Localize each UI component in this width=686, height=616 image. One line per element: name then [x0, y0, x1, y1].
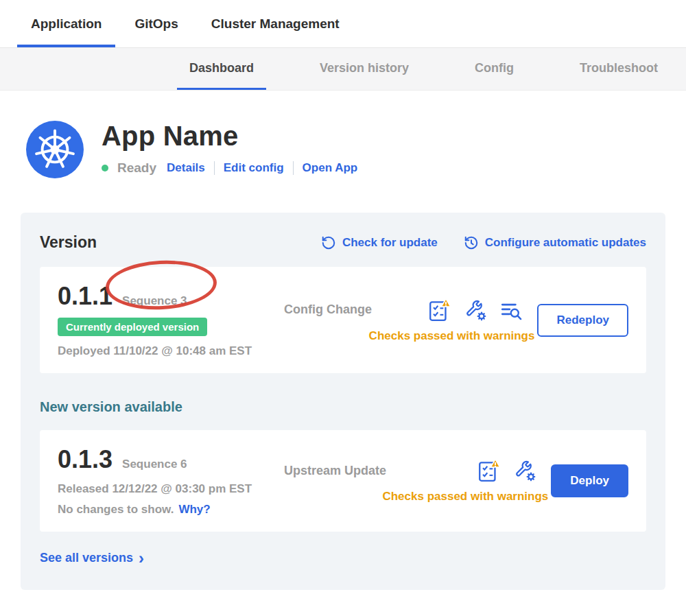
new-version-info: 0.1.3 Sequence 6 Released 12/12/22 @ 03:…	[58, 445, 284, 517]
open-app-link[interactable]: Open App	[303, 161, 358, 175]
version-panel-actions: Check for update Configure automatic upd…	[321, 235, 646, 250]
released-timestamp: Released 12/12/22 @ 03:30 pm EST	[58, 482, 284, 496]
configure-automatic-updates-label: Configure automatic updates	[485, 236, 646, 250]
chevron-right-icon: ›	[139, 552, 144, 565]
tab-dashboard[interactable]: Dashboard	[177, 48, 266, 90]
app-sub-nav: Dashboard Version history Config Trouble…	[0, 48, 686, 91]
preflight-checklist-warning-icon[interactable]	[427, 298, 452, 322]
current-version-middle: Config Change	[284, 298, 537, 343]
preflight-checklist-warning-icon[interactable]	[477, 458, 501, 483]
new-version-sequence: Sequence 6	[122, 458, 187, 471]
kubernetes-logo-icon	[26, 121, 84, 178]
deploy-button[interactable]: Deploy	[551, 464, 628, 497]
new-version-available-heading: New version available	[40, 399, 646, 415]
why-link[interactable]: Why?	[178, 503, 210, 517]
tab-config[interactable]: Config	[462, 48, 526, 90]
divider	[293, 161, 294, 175]
new-version-middle: Upstream Update	[284, 458, 551, 504]
clock-refresh-icon	[464, 235, 479, 250]
checks-status-text: Checks passed with warnings	[284, 329, 537, 343]
new-version-card: 0.1.3 Sequence 6 Released 12/12/22 @ 03:…	[40, 430, 646, 532]
current-version-row: 0.1.1 Sequence 3	[58, 282, 284, 311]
current-version-info: 0.1.1 Sequence 3 Currently deployed vers…	[58, 282, 284, 358]
current-version-check-icons	[427, 298, 537, 322]
new-version-source: Upstream Update	[284, 464, 386, 478]
check-for-update-button[interactable]: Check for update	[321, 235, 438, 250]
tab-troubleshoot[interactable]: Troubleshoot	[567, 48, 670, 90]
current-version-sequence: Sequence 3	[122, 294, 187, 308]
deployed-timestamp: Deployed 11/10/22 @ 10:48 am EST	[58, 344, 284, 358]
app-header: App Name Ready Details Edit config Open …	[26, 121, 686, 178]
no-changes-text: No changes to show.	[58, 503, 174, 517]
primary-nav: Application GitOps Cluster Management	[0, 0, 686, 48]
version-panel-title: Version	[40, 233, 97, 252]
current-version-number: 0.1.1	[58, 282, 113, 311]
refresh-icon	[321, 235, 336, 250]
redeploy-button[interactable]: Redeploy	[537, 304, 628, 337]
ready-status-text: Ready	[117, 161, 156, 176]
new-version-check-icons	[477, 458, 551, 483]
current-version-source: Config Change	[284, 303, 372, 317]
app-meta-row: Ready Details Edit config Open App	[102, 161, 357, 176]
details-link[interactable]: Details	[167, 161, 205, 175]
checks-status-text: Checks passed with warnings	[284, 490, 551, 504]
config-wrench-gear-icon[interactable]	[463, 298, 488, 322]
version-panel-header: Version Check for update	[40, 233, 646, 252]
current-version-card: 0.1.1 Sequence 3 Currently deployed vers…	[40, 267, 646, 373]
tab-cluster-management[interactable]: Cluster Management	[198, 0, 353, 47]
see-all-versions-label: See all versions	[40, 551, 133, 565]
edit-config-link[interactable]: Edit config	[224, 161, 284, 175]
see-all-versions-link[interactable]: See all versions ›	[40, 551, 144, 565]
tab-version-history[interactable]: Version history	[307, 48, 421, 90]
check-for-update-label: Check for update	[342, 236, 438, 250]
config-wrench-gear-icon[interactable]	[512, 458, 537, 483]
new-version-number: 0.1.3	[58, 445, 113, 474]
no-changes-row: No changes to show. Why?	[58, 503, 284, 517]
app-title-block: App Name Ready Details Edit config Open …	[102, 121, 357, 176]
currently-deployed-badge: Currently deployed version	[58, 318, 207, 336]
new-version-row: 0.1.3 Sequence 6	[58, 445, 284, 474]
divider	[214, 161, 215, 175]
file-search-icon[interactable]	[499, 298, 523, 322]
ready-status-dot-icon	[102, 165, 108, 171]
configure-automatic-updates-button[interactable]: Configure automatic updates	[464, 235, 646, 250]
tab-gitops[interactable]: GitOps	[121, 0, 191, 47]
version-panel: Version Check for update	[21, 213, 665, 590]
tab-application[interactable]: Application	[17, 0, 115, 47]
new-version-action: Deploy	[551, 464, 628, 497]
current-version-action: Redeploy	[537, 304, 628, 337]
page-title: App Name	[102, 121, 357, 152]
